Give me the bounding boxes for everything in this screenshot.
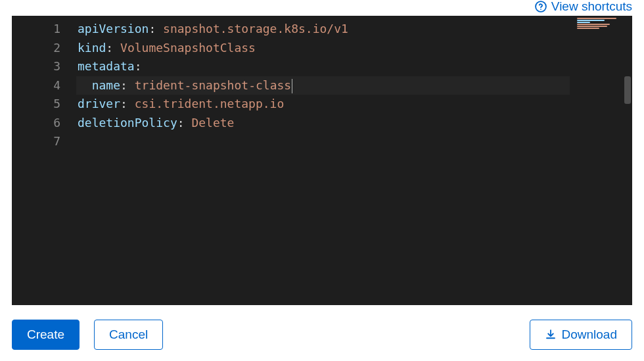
cancel-button-label: Cancel <box>109 327 148 342</box>
cancel-button[interactable]: Cancel <box>94 320 163 350</box>
code-line[interactable]: kind: VolumeSnapshotClass <box>76 39 574 58</box>
code-line[interactable]: deletionPolicy: Delete <box>76 114 574 133</box>
scrollbar-thumb[interactable] <box>624 76 631 104</box>
view-shortcuts-label: View shortcuts <box>551 0 632 14</box>
line-number-gutter: 1234567 <box>12 16 76 305</box>
svg-point-1 <box>540 9 541 10</box>
button-bar: Create Cancel Download <box>12 320 632 350</box>
download-button-label: Download <box>562 327 618 342</box>
help-circle-icon <box>534 0 547 13</box>
view-shortcuts-link[interactable]: View shortcuts <box>534 0 632 14</box>
minimap[interactable] <box>574 16 623 305</box>
minimap-line <box>577 28 599 29</box>
download-button[interactable]: Download <box>530 320 633 350</box>
vertical-scrollbar[interactable] <box>623 16 632 305</box>
line-number: 5 <box>12 95 76 114</box>
create-button-label: Create <box>27 327 64 342</box>
minimap-line <box>577 18 616 19</box>
code-line[interactable]: metadata: <box>76 57 574 76</box>
text-cursor <box>292 79 292 93</box>
code-line[interactable] <box>76 132 574 151</box>
line-number: 2 <box>12 39 76 58</box>
create-button[interactable]: Create <box>12 320 80 350</box>
line-number: 3 <box>12 57 76 76</box>
top-bar: View shortcuts <box>0 0 644 16</box>
line-number: 1 <box>12 20 76 39</box>
download-icon <box>545 329 557 341</box>
code-line[interactable]: driver: csi.trident.netapp.io <box>76 95 574 114</box>
minimap-line <box>577 20 605 21</box>
minimap-line <box>577 26 607 27</box>
line-number: 4 <box>12 76 76 95</box>
line-number: 6 <box>12 114 76 133</box>
line-number: 7 <box>12 132 76 151</box>
code-line[interactable]: name: trident-snapshot-class <box>76 76 574 95</box>
minimap-line <box>577 24 610 25</box>
code-area[interactable]: apiVersion: snapshot.storage.k8s.io/v1ki… <box>76 16 574 305</box>
code-editor[interactable]: 1234567 apiVersion: snapshot.storage.k8s… <box>12 16 632 305</box>
code-line[interactable]: apiVersion: snapshot.storage.k8s.io/v1 <box>76 20 574 39</box>
minimap-line <box>577 22 590 23</box>
